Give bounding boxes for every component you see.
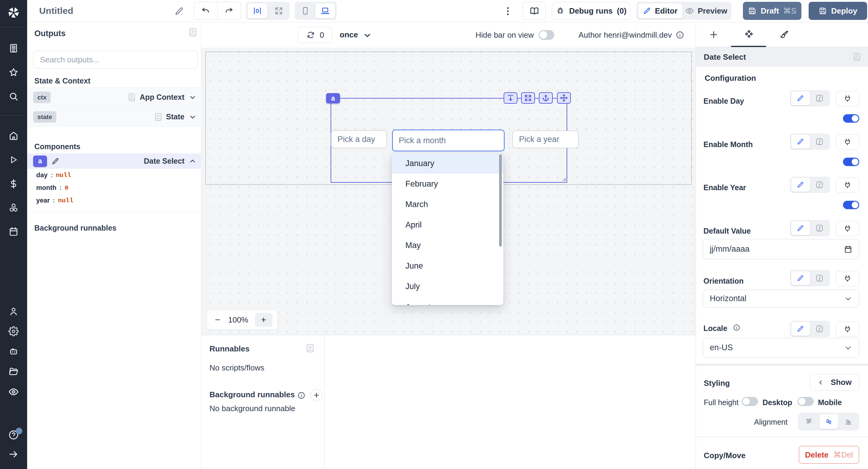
pick-month-input[interactable] [392, 130, 504, 151]
align-top-button[interactable] [800, 414, 818, 429]
month-option-april[interactable]: April [392, 215, 503, 235]
month-option-may[interactable]: May [392, 235, 503, 256]
align-center-button[interactable] [819, 414, 838, 429]
static-mode-button[interactable] [791, 271, 810, 285]
orientation-select[interactable]: Horizontal [703, 290, 859, 307]
zoom-out-button[interactable]: − [207, 315, 228, 325]
search-outputs-input[interactable] [33, 51, 198, 69]
debug-runs-button[interactable]: Debug runs (0) [552, 2, 630, 20]
month-option-february[interactable]: February [392, 174, 503, 194]
dropdown-scrollbar[interactable] [499, 154, 502, 247]
variables-icon[interactable] [0, 175, 27, 193]
resize-handle[interactable] [561, 177, 566, 181]
draft-button[interactable]: Draft ⌘S [743, 2, 801, 20]
month-option-july[interactable]: July [392, 276, 503, 296]
component-chevron-up-icon[interactable] [189, 157, 196, 165]
favorites-icon[interactable] [0, 63, 27, 82]
mobile-view-button[interactable] [296, 3, 314, 19]
runs-icon[interactable] [0, 151, 27, 169]
editor-tab[interactable]: Editor [638, 3, 682, 19]
windmill-logo[interactable] [0, 4, 27, 22]
workers-icon[interactable] [0, 342, 27, 361]
locale-connect-button[interactable] [836, 322, 859, 337]
full-height-mobile-toggle[interactable] [798, 397, 814, 406]
desktop-view-button[interactable] [315, 3, 335, 19]
home-icon[interactable] [0, 127, 27, 145]
month-option-august[interactable]: August [392, 297, 503, 305]
help-icon[interactable] [0, 426, 27, 444]
fx-mode-button[interactable]: f [810, 178, 829, 192]
styling-tab[interactable] [766, 22, 801, 47]
month-option-june[interactable]: June [392, 256, 503, 276]
preview-tab[interactable]: Preview [682, 3, 730, 19]
settings-icon[interactable] [0, 322, 27, 340]
static-mode-button[interactable] [791, 91, 810, 105]
expand-component-button[interactable] [521, 92, 535, 104]
more-options-icon[interactable] [502, 5, 514, 17]
enable-month-toggle[interactable] [843, 158, 859, 166]
full-height-desktop-toggle[interactable] [742, 397, 758, 406]
month-option-january[interactable]: January [392, 153, 503, 174]
center-canvas-button[interactable] [247, 3, 267, 19]
enable-day-connect-button[interactable] [836, 91, 859, 106]
fx-mode-button[interactable]: f [810, 322, 829, 336]
enable-year-connect-button[interactable] [836, 178, 859, 193]
default-value-connect-button[interactable] [836, 221, 859, 236]
pick-day-input[interactable] [331, 130, 387, 148]
static-mode-button[interactable] [791, 178, 810, 192]
deploy-button[interactable]: Deploy [809, 2, 867, 20]
author-info-icon[interactable] [675, 30, 684, 39]
month-option-march[interactable]: March [392, 194, 503, 215]
static-mode-button[interactable] [791, 322, 810, 336]
background-runnables-info-icon[interactable] [297, 391, 306, 400]
fx-mode-button[interactable]: f [810, 221, 829, 235]
component-id-badge[interactable]: a [326, 93, 340, 103]
workspace-icon[interactable] [0, 39, 27, 57]
state-row[interactable]: state State [27, 107, 201, 127]
fx-mode-button[interactable]: f [810, 135, 829, 149]
expand-canvas-button[interactable] [270, 3, 288, 19]
settings-doc-icon[interactable] [853, 53, 861, 61]
schedules-icon[interactable] [0, 222, 27, 241]
docs-button[interactable] [523, 2, 546, 20]
hide-bar-toggle[interactable] [538, 30, 554, 40]
add-background-runnable-button[interactable] [310, 389, 322, 401]
move-component-button[interactable] [557, 92, 571, 104]
search-icon[interactable] [0, 87, 27, 105]
insert-component-tab[interactable] [696, 22, 731, 47]
orientation-connect-button[interactable] [836, 271, 859, 286]
fill-height-button[interactable] [504, 92, 518, 104]
undo-button[interactable] [194, 2, 218, 20]
fx-mode-button[interactable]: f [810, 91, 829, 105]
expand-sidebar-icon[interactable] [0, 445, 27, 463]
folders-icon[interactable] [0, 363, 27, 381]
refresh-counter[interactable]: 0 [298, 27, 333, 43]
align-bottom-button[interactable] [839, 414, 858, 429]
audit-logs-icon[interactable] [0, 383, 27, 401]
component-row-date-select[interactable]: a Date Select [27, 153, 201, 169]
redo-button[interactable] [218, 2, 241, 20]
pick-year-input[interactable] [513, 130, 579, 148]
runnables-doc-icon[interactable] [306, 344, 314, 353]
user-icon[interactable] [0, 302, 27, 320]
run-mode-dropdown[interactable]: once [340, 30, 358, 39]
ctx-chevron-down-icon[interactable] [189, 93, 196, 101]
fx-mode-button[interactable]: f [810, 271, 829, 285]
zoom-in-button[interactable]: + [255, 313, 273, 327]
enable-year-toggle[interactable] [843, 201, 859, 209]
state-chevron-down-icon[interactable] [189, 113, 196, 121]
outputs-doc-icon[interactable] [189, 28, 197, 37]
delete-component-button[interactable]: Delete ⌘Del [799, 446, 859, 464]
static-mode-button[interactable] [791, 221, 810, 235]
calendar-icon[interactable] [844, 245, 852, 253]
component-settings-tab[interactable] [731, 22, 767, 47]
rename-app-icon[interactable] [174, 6, 184, 16]
app-canvas[interactable]: a January February March April May June … [201, 48, 695, 335]
locale-info-icon[interactable] [733, 324, 741, 332]
component-edit-icon[interactable] [51, 157, 60, 165]
static-mode-button[interactable] [791, 135, 810, 149]
resources-icon[interactable] [0, 199, 27, 217]
show-styling-button[interactable]: Show [810, 374, 859, 390]
run-mode-chevron-icon[interactable] [363, 31, 372, 40]
default-value-input[interactable]: jj/mm/aaaa [703, 239, 859, 259]
